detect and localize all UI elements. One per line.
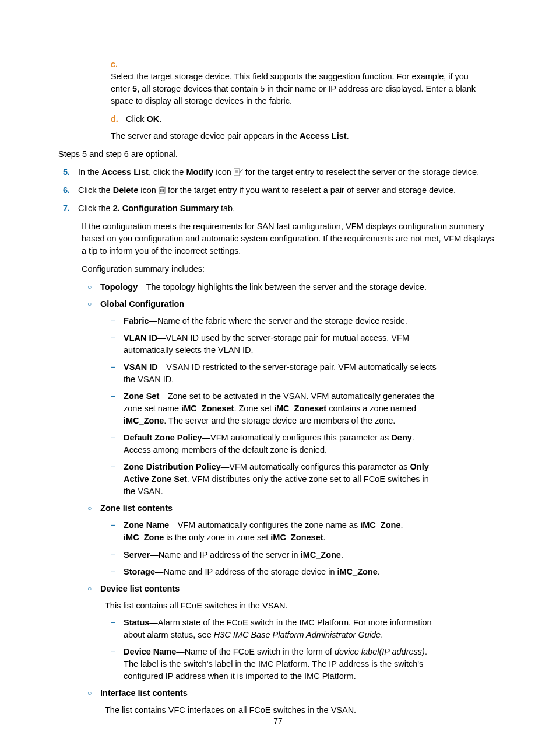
zs-t4: . The server and the storage device are … bbox=[164, 416, 395, 425]
topo-t: —The topology highlights the link betwee… bbox=[138, 282, 427, 292]
topo-body: Topology—The topology highlights the lin… bbox=[100, 281, 465, 293]
document-page: c. Select the target storage device. Thi… bbox=[0, 0, 556, 756]
dash-server: − Server—Name and IP address of the serv… bbox=[111, 549, 498, 561]
dash-storage: − Storage—Name and IP address of the sto… bbox=[111, 566, 498, 578]
step-7: 7. Click the 2. Configuration Summary ta… bbox=[63, 202, 498, 215]
zdp-body: Zone Distribution Policy—VFM automatical… bbox=[124, 461, 441, 498]
para-optional: Steps 5 and step 6 are optional. bbox=[58, 148, 498, 160]
step-c: c. Select the target storage device. Thi… bbox=[111, 58, 498, 107]
s7-t2: tab. bbox=[219, 204, 235, 213]
para-req: If the configuration meets the requireme… bbox=[82, 220, 498, 257]
status-i1: H3C IMC Base Platform Administrator Guid… bbox=[214, 630, 381, 639]
s6-t1: Click the bbox=[78, 186, 113, 195]
dzp-b1: Deny bbox=[391, 433, 411, 442]
para-ilc: The list contains VFC interfaces on all … bbox=[105, 704, 498, 716]
dn-b: Device Name bbox=[124, 647, 176, 656]
dash-marker: − bbox=[111, 461, 121, 473]
zn-t3: is the only zone in zone set bbox=[164, 533, 270, 542]
step-c-b5: 5 bbox=[132, 84, 137, 93]
circ-marker: ○ bbox=[87, 299, 98, 309]
vsan-body: VSAN ID—VSAN ID restricted to the server… bbox=[124, 361, 441, 386]
s5-t1: In the bbox=[78, 167, 101, 177]
circ-marker: ○ bbox=[87, 282, 98, 292]
stg-b: Storage bbox=[124, 567, 155, 576]
dash-marker: − bbox=[111, 566, 121, 578]
zn-body: Zone Name—VFM automatically configures t… bbox=[124, 519, 441, 544]
srv-t1: —Name and IP address of the server in bbox=[150, 550, 300, 559]
step-6-marker: 6. bbox=[63, 184, 76, 197]
dn-body: Device Name—Name of the FCoE switch in t… bbox=[124, 646, 441, 682]
modify-icon bbox=[234, 168, 243, 176]
vlan-b: VLAN ID bbox=[124, 333, 157, 342]
zoneset-body: Zone Set—Zone set to be activated in the… bbox=[124, 390, 441, 427]
dash-fabric: − Fabric—Name of the fabric where the se… bbox=[111, 315, 498, 327]
dash-status: − Status—Alarm state of the FCoE switch … bbox=[111, 617, 498, 641]
dash-device-name: − Device Name—Name of the FCoE switch in… bbox=[111, 646, 498, 682]
dzp-t1: —VFM automatically configures this param… bbox=[202, 433, 392, 442]
step-d-t2: . bbox=[159, 114, 161, 124]
stg-b1: iMC_Zone bbox=[337, 567, 378, 576]
topo-b: Topology bbox=[100, 282, 138, 292]
para-dlc: This list contains all FCoE switches in … bbox=[105, 600, 498, 612]
vsan-t: —VSAN ID restricted to the server-storag… bbox=[124, 362, 437, 384]
zn-b3: iMC_Zoneset bbox=[270, 533, 323, 542]
zs-t2: . Zone set bbox=[234, 404, 274, 413]
dash-marker: − bbox=[111, 361, 121, 373]
zs-t3: contains a zone named bbox=[326, 404, 416, 413]
gc-b: Global Configuration bbox=[100, 298, 465, 310]
zs-b3: iMC_Zone bbox=[124, 416, 164, 425]
s7-cs: 2. Configuration Summary bbox=[113, 204, 219, 213]
srv-b1: iMC_Zone bbox=[301, 550, 341, 559]
stg-t1: —Name and IP address of the storage devi… bbox=[155, 567, 337, 576]
step-d: d. Click OK. bbox=[111, 113, 498, 125]
fabric-t: —Name of the fabric where the server and… bbox=[149, 316, 407, 326]
zn-t1: —VFM automatically configures the zone n… bbox=[169, 520, 360, 530]
bullet-interface-list: ○ Interface list contents bbox=[87, 687, 498, 699]
s5-al: Access List bbox=[101, 167, 149, 177]
delete-icon bbox=[159, 186, 166, 194]
page-number: 77 bbox=[0, 715, 556, 727]
pair-t1: The server and storage device pair appea… bbox=[111, 131, 300, 141]
zn-t2: . bbox=[401, 520, 403, 530]
bullet-topology: ○ Topology—The topology highlights the l… bbox=[87, 281, 498, 293]
zdp-b: Zone Distribution Policy bbox=[124, 462, 221, 471]
para-pair: The server and storage device pair appea… bbox=[111, 130, 498, 142]
zn-b2: iMC_Zone bbox=[124, 533, 164, 542]
zlc-b: Zone list contents bbox=[100, 502, 465, 514]
svg-rect-0 bbox=[234, 169, 240, 176]
s7-t1: Click the bbox=[78, 204, 113, 213]
step-5: 5. In the Access List, click the Modify … bbox=[63, 166, 498, 178]
dlc-b: Device list contents bbox=[100, 583, 465, 595]
srv-b: Server bbox=[124, 550, 150, 559]
srv-t2: . bbox=[341, 550, 343, 559]
dash-vlan: − VLAN ID—VLAN ID used by the server-sto… bbox=[111, 332, 498, 356]
status-body: Status—Alarm state of the FCoE switch in… bbox=[124, 617, 441, 641]
dn-i1: device label(IP address) bbox=[335, 647, 425, 656]
dash-marker: − bbox=[111, 315, 121, 327]
circ-marker: ○ bbox=[87, 584, 98, 594]
dash-marker: − bbox=[111, 617, 121, 629]
pair-t2: . bbox=[347, 131, 349, 141]
step-6: 6. Click the Delete icon for the target … bbox=[63, 184, 498, 197]
circ-marker: ○ bbox=[87, 688, 98, 698]
step-d-t1: Click bbox=[126, 114, 146, 124]
dash-default-zone-policy: − Default Zone Policy—VFM automatically … bbox=[111, 432, 498, 456]
s5-t4: for the target entry to reselect the ser… bbox=[245, 167, 479, 177]
zs-b1: iMC_Zoneset bbox=[181, 404, 234, 413]
zn-b: Zone Name bbox=[124, 520, 169, 530]
dash-marker: − bbox=[111, 390, 121, 402]
zn-b1: iMC_Zone bbox=[360, 520, 400, 530]
vlan-t: —VLAN ID used by the server-storage pair… bbox=[124, 333, 409, 355]
para-includes: Configuration summary includes: bbox=[82, 263, 498, 275]
step-5-marker: 5. bbox=[63, 166, 76, 178]
srv-body: Server—Name and IP address of the server… bbox=[124, 549, 441, 561]
stg-body: Storage—Name and IP address of the stora… bbox=[124, 566, 441, 578]
svg-rect-6 bbox=[161, 187, 163, 188]
dash-marker: − bbox=[111, 646, 121, 658]
status-t2: . bbox=[381, 630, 383, 639]
step-c-marker: c. bbox=[111, 58, 124, 71]
dash-marker: − bbox=[111, 332, 121, 344]
s6-del: Delete bbox=[113, 186, 139, 195]
dzp-b: Default Zone Policy bbox=[124, 433, 202, 442]
bullet-global-config: ○ Global Configuration bbox=[87, 298, 498, 310]
